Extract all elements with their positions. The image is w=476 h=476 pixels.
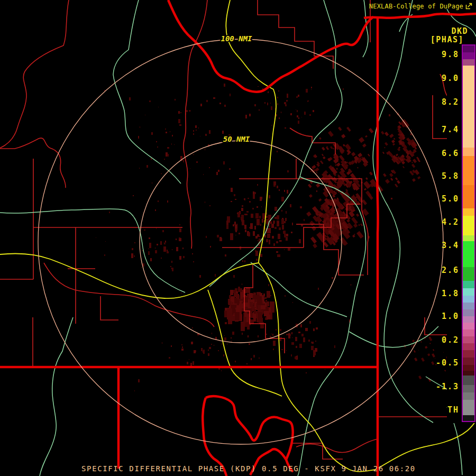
product-title: SPECIFIC DIFFERENTIAL PHASE (KDP) 0.5 DE…	[81, 464, 416, 473]
colorbar-segment	[463, 343, 474, 350]
colorbar-segment	[463, 336, 474, 343]
range-rings-layer	[38, 39, 443, 444]
colorbar-segment	[463, 323, 474, 329]
external-link-icon[interactable]	[465, 2, 473, 10]
colorbar-tick-label: 7.4	[442, 125, 459, 134]
colorbar-tick-label: 5.8	[442, 171, 459, 181]
colorbar-units-label: [PHAS]	[431, 35, 464, 44]
colorbar-segment	[463, 296, 474, 303]
colorbar-tick-label: 1.8	[442, 289, 459, 298]
outer-ring-label: 100 NMI	[221, 34, 252, 43]
colorbar-segment	[463, 267, 474, 281]
radar-display: 100 NMI50 NMI 9.89.08.27.46.65.85.04.23.…	[0, 0, 476, 476]
state-borders-layer	[0, 0, 476, 476]
colorbar-segment	[463, 148, 474, 156]
colorbar-segment	[463, 45, 474, 52]
colorbar-tick-label: 9.8	[442, 50, 459, 59]
radar-map: 100 NMI50 NMI	[0, 0, 476, 476]
colorbar-segment	[463, 316, 474, 323]
colorbar-segment	[463, 216, 474, 235]
colorbar-tick-label: -1.3	[436, 382, 459, 391]
colorbar-segment	[463, 185, 474, 208]
colorbar-tick-label: 1.0	[442, 312, 459, 321]
colorbar-segment	[463, 288, 474, 296]
colorbar-segment	[463, 376, 474, 385]
colorbar-segment	[463, 52, 474, 59]
rivers-layer	[0, 0, 476, 476]
colorbar-tick-label: -0.5	[436, 358, 459, 368]
colorbar-segment	[463, 156, 474, 185]
range-ring-100nmi	[38, 39, 443, 444]
colorbar-tick-label: 5.0	[442, 194, 459, 204]
colorbar-segment	[463, 309, 474, 316]
county-lines-layer	[0, 0, 476, 459]
colorbar-segment	[463, 329, 474, 336]
radar-echoes-layer	[96, 84, 452, 391]
colorbar-segment	[463, 350, 474, 358]
colorbar-tick-label: 0.2	[442, 335, 459, 345]
colorbar-segment	[463, 235, 474, 241]
colorbar-tick-label: 8.2	[442, 97, 459, 107]
colorbar	[462, 44, 475, 422]
colorbar-segment	[463, 371, 474, 376]
highways-layer	[0, 0, 476, 472]
colorbar-tick-label: 6.6	[442, 149, 459, 158]
colorbar-segment	[463, 59, 474, 66]
colorbar-segment	[463, 365, 474, 371]
range-ring-labels: 100 NMI50 NMI	[221, 34, 252, 143]
colorbar-segment	[463, 303, 474, 309]
colorbar-tick-label: TH	[447, 405, 459, 415]
colorbar-segment	[463, 392, 474, 400]
colorbar-segment	[463, 241, 474, 267]
header-brand: NEXLAB-College of DuPage	[369, 3, 463, 10]
inner-ring-label: 50 NMI	[223, 135, 250, 143]
colorbar-tick-label: 4.2	[442, 217, 459, 227]
colorbar-tick-label: 9.0	[442, 74, 459, 83]
colorbar-segment	[463, 415, 474, 421]
colorbar-segment	[463, 281, 474, 288]
colorbar-segment	[463, 208, 474, 216]
colorbar-segment	[463, 358, 474, 365]
colorbar-segment	[463, 66, 474, 148]
colorbar-segment	[463, 385, 474, 392]
colorbar-tick-label: 2.6	[442, 266, 459, 275]
colorbar-tick-label: 3.4	[442, 241, 459, 250]
colorbar-segment	[463, 400, 474, 415]
